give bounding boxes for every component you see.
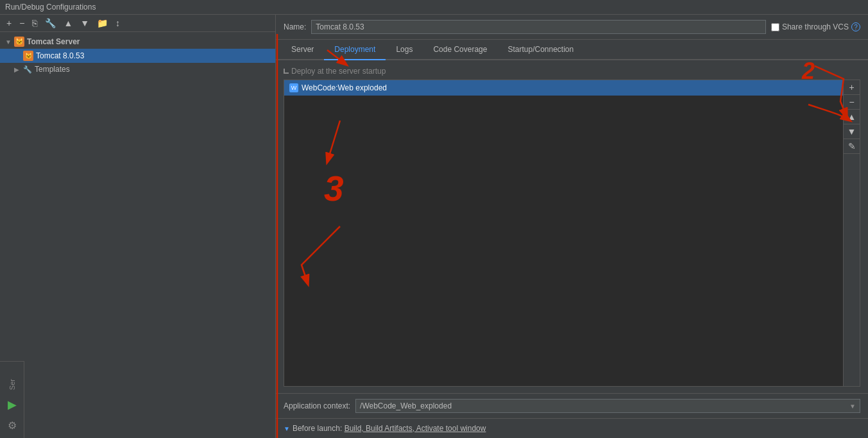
before-launch-row: ▼ Before launch: Build, Build Artifacts,… bbox=[276, 418, 868, 438]
name-label: Name: bbox=[284, 22, 306, 31]
before-launch-arrow-icon: ▼ bbox=[284, 425, 290, 432]
window-title: Run/Debug Configurations bbox=[5, 3, 96, 12]
bottom-left-strip: Ser ▶ ⚙ bbox=[0, 361, 24, 438]
tab-startup[interactable]: Startup/Connection bbox=[497, 40, 584, 60]
remove-deploy-button[interactable]: − bbox=[844, 95, 860, 110]
deploy-list-container: W WebCode:Web exploded + − ▲ ▼ ✎ bbox=[284, 80, 860, 387]
name-input[interactable] bbox=[311, 20, 766, 34]
add-config-button[interactable]: + bbox=[4, 17, 14, 29]
app-context-value: /WebCode_Web_exploded bbox=[360, 401, 452, 410]
remove-config-button[interactable]: − bbox=[17, 17, 27, 29]
label-ser: Ser bbox=[8, 379, 16, 390]
tomcat-server-icon: 🐱 bbox=[14, 37, 24, 47]
content-area: Deploy at the server startup W WebCode:W… bbox=[276, 60, 868, 438]
settings-config-button[interactable]: 🔧 bbox=[42, 17, 58, 29]
templates-wrench-icon: 🔧 bbox=[23, 65, 32, 74]
tomcat-server-label: Tomcat Server bbox=[27, 37, 80, 46]
vcs-checkbox[interactable] bbox=[771, 23, 779, 31]
toolbar: + − ⎘ 🔧 ▲ ▼ 📁 ↕ bbox=[0, 15, 275, 32]
app-context-arrow-icon: ▼ bbox=[849, 403, 856, 410]
app-context-dropdown[interactable]: /WebCode_Web_exploded ▼ bbox=[355, 399, 860, 413]
run-button[interactable]: ▶ bbox=[8, 398, 17, 412]
move-down-deploy-button[interactable]: ▼ bbox=[844, 124, 860, 139]
vcs-help-icon[interactable]: ? bbox=[851, 22, 860, 31]
name-row: Name: Share through VCS ? bbox=[276, 15, 868, 40]
sort-config-button[interactable]: ↕ bbox=[113, 17, 123, 29]
right-panel: Name: Share through VCS ? Server Deploym… bbox=[276, 15, 868, 438]
deploy-item-0[interactable]: W WebCode:Web exploded bbox=[284, 80, 843, 96]
up-config-button[interactable]: ▲ bbox=[61, 17, 75, 29]
before-launch-prefix: Before launch: bbox=[293, 424, 342, 433]
app-context-row: Application context: /WebCode_Web_explod… bbox=[276, 393, 868, 418]
gear-button[interactable]: ⚙ bbox=[8, 419, 17, 432]
deploy-list: W WebCode:Web exploded bbox=[284, 80, 843, 386]
deploy-section-label: Deploy at the server startup bbox=[284, 67, 860, 76]
deploy-section: Deploy at the server startup W WebCode:W… bbox=[276, 60, 868, 393]
vcs-area: Share through VCS ? bbox=[771, 22, 860, 31]
deploy-item-label: WebCode:Web exploded bbox=[302, 83, 387, 92]
left-panel: + − ⎘ 🔧 ▲ ▼ 📁 ↕ ▼ 🐱 Tomcat Server bbox=[0, 15, 276, 438]
vcs-label: Share through VCS bbox=[782, 22, 849, 31]
folder-config-button[interactable]: 📁 bbox=[94, 17, 110, 29]
config-tree: ▼ 🐱 Tomcat Server 🐱 Tomcat 8.0.53 ▶ 🔧 Te… bbox=[0, 32, 275, 438]
tree-item-tomcat-server[interactable]: ▼ 🐱 Tomcat Server bbox=[0, 35, 275, 49]
move-up-deploy-button[interactable]: ▲ bbox=[844, 110, 860, 124]
tree-item-templates[interactable]: ▶ 🔧 Templates bbox=[0, 63, 275, 76]
tomcat-instance-icon: 🐱 bbox=[23, 51, 33, 61]
side-buttons: + − ▲ ▼ ✎ bbox=[843, 80, 860, 386]
tab-deployment[interactable]: Deployment bbox=[324, 40, 386, 60]
tab-code-coverage[interactable]: Code Coverage bbox=[423, 40, 497, 60]
title-bar: Run/Debug Configurations bbox=[0, 0, 868, 15]
copy-config-button[interactable]: ⎘ bbox=[30, 17, 40, 29]
tab-logs[interactable]: Logs bbox=[386, 40, 423, 60]
before-launch-text: Before launch: Build, Build Artifacts, A… bbox=[293, 424, 486, 433]
tabs-bar: Server Deployment Logs Code Coverage Sta… bbox=[276, 40, 868, 60]
down-config-button[interactable]: ▼ bbox=[78, 17, 92, 29]
deploy-section-title: Deploy at the server startup bbox=[291, 67, 386, 76]
edit-deploy-button[interactable]: ✎ bbox=[844, 139, 860, 154]
tree-item-tomcat-instance[interactable]: 🐱 Tomcat 8.0.53 bbox=[0, 49, 275, 63]
before-launch-links: Build, Build Artifacts, Activate tool wi… bbox=[345, 424, 486, 433]
web-icon: W bbox=[289, 83, 298, 92]
tab-server[interactable]: Server bbox=[281, 40, 324, 60]
tomcat-instance-label: Tomcat 8.0.53 bbox=[36, 51, 84, 60]
app-context-label: Application context: bbox=[284, 401, 350, 410]
templates-label: Templates bbox=[35, 65, 70, 74]
expand-arrow: ▼ bbox=[5, 38, 14, 46]
add-deploy-button[interactable]: + bbox=[844, 80, 860, 95]
templates-expand-arrow: ▶ bbox=[14, 66, 23, 73]
